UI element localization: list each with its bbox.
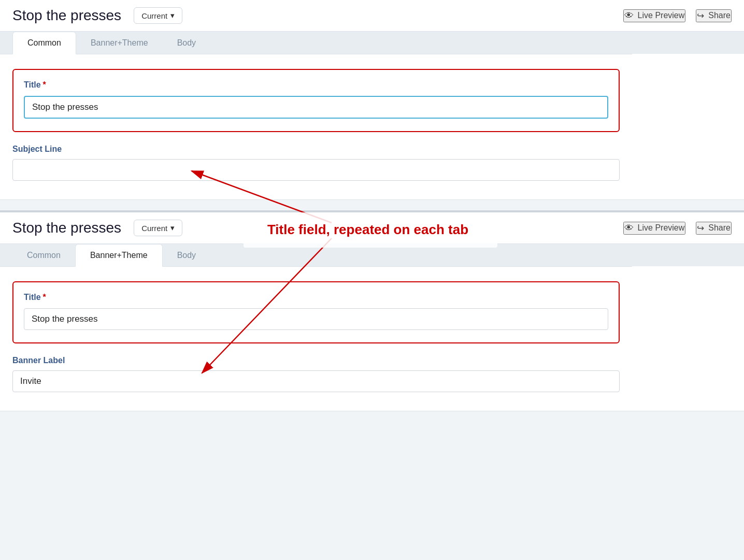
chevron-down-icon-1: ▾ (170, 11, 175, 20)
subject-line-section-1: Subject Line (12, 145, 620, 181)
section-2: Stop the presses Current ▾ 👁 Live Previe… (0, 210, 744, 411)
subject-line-label-1: Subject Line (12, 145, 620, 154)
title-field-section-1: Title * (12, 69, 620, 132)
version-dropdown-2[interactable]: Current ▾ (134, 220, 182, 236)
title-required-star-1: * (43, 80, 46, 90)
share-icon-1: ↪ (697, 10, 704, 21)
version-dropdown-1[interactable]: Current ▾ (134, 7, 182, 24)
section-1: Stop the presses Current ▾ 👁 Live Previe… (0, 0, 744, 200)
eye-icon-1: 👁 (624, 10, 634, 21)
banner-label-section: Banner Label (12, 356, 620, 392)
title-field-section-2: Title * (12, 281, 620, 343)
tab-banner-theme-1[interactable]: Banner+Theme (76, 32, 163, 54)
version-label-1: Current (141, 11, 167, 20)
live-preview-button-2[interactable]: 👁 Live Preview (623, 222, 686, 235)
tabs-bar-2: Common Banner+Theme Body (0, 244, 744, 266)
title-label-1: Title * (24, 80, 608, 90)
header-bar-2: Stop the presses Current ▾ 👁 Live Previe… (0, 212, 744, 244)
share-button-1[interactable]: ↪ Share (696, 9, 732, 22)
share-label-1: Share (708, 11, 731, 20)
tab-common-2[interactable]: Common (12, 245, 75, 266)
content-area-2: Title * Banner Label (0, 266, 632, 411)
banner-label-input[interactable] (12, 370, 620, 392)
tab-common-1[interactable]: Common (12, 32, 76, 54)
live-preview-label-2: Live Preview (638, 223, 685, 233)
version-label-2: Current (141, 224, 167, 233)
banner-label-label: Banner Label (12, 356, 620, 365)
live-preview-label-1: Live Preview (638, 11, 685, 20)
header-bar-1: Stop the presses Current ▾ 👁 Live Previe… (0, 0, 744, 32)
tabs-bar-1: Common Banner+Theme Body (0, 32, 744, 54)
header-actions-2: 👁 Live Preview ↪ Share (623, 222, 732, 235)
share-label-2: Share (708, 223, 731, 233)
live-preview-button-1[interactable]: 👁 Live Preview (623, 9, 686, 22)
title-input-1[interactable] (24, 96, 608, 119)
page-title-2: Stop the presses (12, 220, 121, 236)
content-area-1: Title * Subject Line (0, 54, 632, 199)
tab-body-1[interactable]: Body (163, 32, 210, 54)
eye-icon-2: 👁 (624, 223, 634, 234)
tab-body-2[interactable]: Body (163, 245, 210, 266)
header-actions-1: 👁 Live Preview ↪ Share (623, 9, 732, 22)
chevron-down-icon-2: ▾ (170, 223, 175, 233)
title-label-2: Title * (24, 293, 608, 302)
page-title-1: Stop the presses (12, 7, 121, 24)
share-icon-2: ↪ (697, 223, 704, 234)
tab-banner-theme-2[interactable]: Banner+Theme (75, 244, 163, 267)
title-required-star-2: * (43, 293, 46, 302)
subject-line-input-1[interactable] (12, 159, 620, 181)
title-input-2[interactable] (24, 308, 608, 330)
share-button-2[interactable]: ↪ Share (696, 222, 732, 235)
